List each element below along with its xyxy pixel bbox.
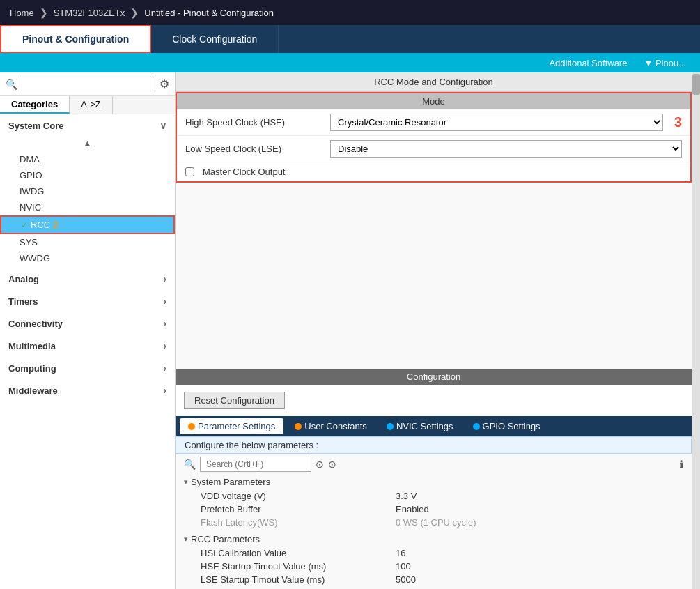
param-search-input[interactable] — [200, 457, 311, 472]
iwdg-label: IWDG — [20, 186, 44, 197]
param-group-rcc: ▾ RCC Parameters HSI Calibration Value 1… — [184, 532, 683, 586]
param-settings-dot — [188, 423, 195, 430]
lse-startup-value: 5000 — [396, 574, 416, 585]
reset-configuration-button[interactable]: Reset Configuration — [184, 392, 285, 409]
rcc-params-label: RCC Parameters — [191, 534, 260, 544]
vdd-param-name: VDD voltage (V) — [201, 491, 396, 501]
middleware-label: Middleware — [8, 385, 58, 396]
param-row-hse-startup: HSE Startup Timout Value (ms) 100 — [184, 560, 683, 573]
gpio-settings-dot — [473, 423, 480, 430]
hse-row: High Speed Clock (HSE) Crystal/Ceramic R… — [177, 109, 690, 136]
user-constants-dot — [295, 423, 302, 430]
sub-tab-bar: Additional Software ▼ Pinou... — [0, 53, 700, 72]
hse-select[interactable]: Crystal/Ceramic Resonator Disable BYPASS… — [330, 114, 663, 131]
section-connectivity: Connectivity › — [0, 312, 175, 335]
tab-pinout[interactable]: Pinout & Configuration — [0, 25, 151, 53]
analog-header[interactable]: Analog › — [0, 269, 175, 289]
sidebar-item-dma[interactable]: DMA — [0, 151, 175, 167]
hse-startup-name: HSE Startup Timout Value (ms) — [201, 561, 396, 572]
user-constants-label: User Constants — [304, 421, 367, 431]
info-icon[interactable]: ℹ — [680, 459, 683, 470]
flash-param-name: Flash Latency(WS) — [201, 517, 396, 528]
config-tab-parameter-settings[interactable]: Parameter Settings — [180, 418, 283, 434]
sidebar-item-gpio[interactable]: GPIO — [0, 167, 175, 183]
param-search-icon: 🔍 — [184, 459, 196, 470]
nvic-settings-label: NVIC Settings — [396, 421, 453, 431]
sidebar-item-nvic[interactable]: NVIC — [0, 199, 175, 215]
up-arrow[interactable]: ▲ — [0, 135, 175, 151]
rcc-params-header[interactable]: ▾ RCC Parameters — [184, 532, 683, 546]
tab-az[interactable]: A->Z — [70, 96, 113, 114]
computing-header[interactable]: Computing › — [0, 358, 175, 378]
sidebar-item-sys[interactable]: SYS — [0, 234, 175, 250]
config-tab-gpio-settings[interactable]: GPIO Settings — [465, 418, 549, 434]
prev-nav-icon[interactable]: ⊙ — [316, 459, 324, 470]
lse-select[interactable]: Disable Crystal/Ceramic Resonator BYPASS… — [330, 140, 682, 158]
hse-number: 3 — [674, 114, 682, 130]
nvic-label: NVIC — [20, 202, 41, 213]
lse-row: Low Speed Clock (LSE) Disable Crystal/Ce… — [177, 136, 690, 162]
master-clock-row: Master Clock Output — [177, 162, 690, 181]
analog-chevron: › — [163, 273, 166, 284]
system-params-header[interactable]: ▾ System Parameters — [184, 475, 683, 489]
sidebar-item-rcc[interactable]: ✓ RCC 2 — [0, 215, 175, 234]
param-row-vdd: VDD voltage (V) 3.3 V — [184, 489, 683, 503]
middleware-header[interactable]: Middleware › — [0, 381, 175, 400]
lse-startup-name: LSE Startup Timout Value (ms) — [201, 574, 396, 585]
tab-categories[interactable]: Categories — [0, 96, 70, 114]
search-icon: 🔍 — [6, 79, 17, 90]
sidebar-item-wwdg[interactable]: WWDG — [0, 250, 175, 266]
connectivity-header[interactable]: Connectivity › — [0, 314, 175, 333]
timers-header[interactable]: Timers › — [0, 291, 175, 311]
sub-tab-additional-software[interactable]: Additional Software — [540, 58, 635, 68]
param-row-flash: Flash Latency(WS) 0 WS (1 CPU cycle) — [184, 516, 683, 529]
system-params-label: System Parameters — [191, 477, 270, 487]
sub-tab-pinout[interactable]: ▼ Pinou... — [635, 58, 694, 68]
gear-icon[interactable]: ⚙ — [160, 77, 169, 91]
section-computing: Computing › — [0, 357, 175, 379]
gpio-label: GPIO — [20, 170, 42, 181]
breadcrumb-sep-2: ❯ — [129, 7, 140, 18]
master-clock-checkbox[interactable] — [185, 167, 194, 176]
param-row-hsi-cal: HSI Calibration Value 16 — [184, 546, 683, 560]
tab-clock[interactable]: Clock Configuration — [151, 25, 279, 53]
connectivity-chevron: › — [163, 318, 166, 329]
param-group-system: ▾ System Parameters VDD voltage (V) 3.3 … — [184, 475, 683, 529]
hsi-cal-name: HSI Calibration Value — [201, 548, 396, 558]
search-input[interactable] — [22, 77, 155, 91]
computing-chevron: › — [163, 362, 166, 374]
breadcrumb-sep-1: ❯ — [38, 7, 49, 18]
prefetch-param-value: Enabled — [396, 504, 429, 514]
sys-label: SYS — [20, 237, 38, 247]
param-search-row: 🔍 ⊙ ⊙ ℹ — [176, 454, 692, 475]
next-nav-icon[interactable]: ⊙ — [328, 459, 336, 470]
connectivity-label: Connectivity — [8, 319, 63, 329]
hsi-cal-value: 16 — [396, 548, 405, 558]
system-core-label: System Core — [8, 121, 63, 131]
multimedia-header[interactable]: Multimedia › — [0, 336, 175, 355]
breadcrumb-home[interactable]: Home — [6, 8, 38, 18]
config-header: Configuration — [176, 369, 692, 385]
breadcrumb-device[interactable]: STM32F103ZETx — [49, 8, 130, 18]
rcc-params-arrow: ▾ — [184, 535, 188, 544]
timers-label: Timers — [8, 296, 38, 307]
hse-startup-value: 100 — [396, 561, 411, 572]
config-tab-nvic-settings[interactable]: NVIC Settings — [378, 418, 462, 434]
config-tab-user-constants[interactable]: User Constants — [286, 418, 375, 434]
sidebar-item-iwdg[interactable]: IWDG — [0, 183, 175, 199]
system-core-header[interactable]: System Core ∨ — [0, 116, 175, 135]
content-area: RCC Mode and Configuration Mode High Spe… — [176, 72, 692, 589]
right-scrollbar[interactable] — [692, 72, 700, 589]
section-system-core: System Core ∨ ▲ DMA GPIO IWDG NVIC ✓ RCC… — [0, 114, 175, 268]
analog-label: Analog — [8, 274, 39, 284]
system-params-arrow: ▾ — [184, 477, 188, 487]
timers-chevron: › — [163, 296, 166, 307]
breadcrumb: Home ❯ STM32F103ZETx ❯ Untitled - Pinout… — [0, 0, 700, 25]
sidebar: 🔍 ⚙ Categories A->Z System Core ∨ ▲ DMA … — [0, 72, 176, 589]
rcc-mode-header: RCC Mode and Configuration — [176, 72, 692, 92]
vdd-param-value: 3.3 V — [396, 491, 417, 501]
section-analog: Analog › — [0, 268, 175, 290]
section-middleware: Middleware › — [0, 379, 175, 401]
rcc-label: RCC — [31, 220, 50, 230]
system-core-chevron: ∨ — [160, 120, 166, 131]
